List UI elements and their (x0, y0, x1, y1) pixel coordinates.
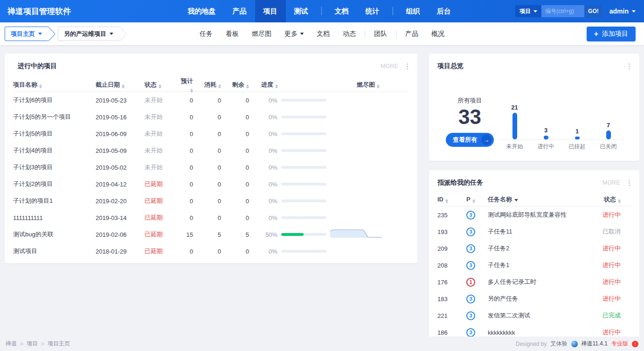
app-logo[interactable]: 禅道项目管理软件 (0, 0, 78, 22)
project-name-link[interactable]: 1111111111 (13, 214, 96, 221)
kebab-menu-icon[interactable] (406, 62, 409, 70)
task-name-link[interactable]: 多人任务记录工时 (488, 278, 588, 286)
tab-kanban[interactable]: 看板 (219, 22, 245, 45)
project-name-link[interactable]: 子计划4的项目 (13, 146, 96, 155)
project-consumed: 0 (204, 248, 232, 255)
tab-task[interactable]: 任务 (193, 22, 219, 45)
column-header-5[interactable]: 剩余 (232, 81, 260, 89)
view-all-button[interactable]: 查看所有 → (446, 133, 494, 147)
all-projects-label: 所有项目 (443, 96, 497, 105)
task-column-header-id[interactable]: ID (437, 196, 466, 203)
task-status: 进行中 (588, 295, 631, 303)
nav-item-product[interactable]: 产品 (224, 0, 255, 22)
column-header-label: 剩余 (232, 81, 244, 88)
column-header-label: 消耗 (204, 81, 216, 88)
nav-item-admin[interactable]: 后台 (429, 0, 459, 22)
crumb-project-home-label: 项目主页 (11, 30, 35, 38)
task-name-link[interactable]: kkkkkkkkk (488, 329, 588, 336)
kebab-menu-icon[interactable] (628, 62, 631, 70)
task-name-link[interactable]: 发信第二次测试 (488, 311, 588, 320)
projects-more-link[interactable]: MORE (381, 63, 398, 69)
kebab-menu-icon[interactable] (628, 179, 631, 187)
sub-navbar: 项目主页 另的产运维项目 任务看板燃尽图更多文档动态团队产品概况 + 添加项目 (0, 22, 644, 45)
tab-more[interactable]: 更多 (278, 22, 310, 45)
column-header-label: 预计 (181, 77, 193, 84)
search-scope-select[interactable]: 项目 (515, 5, 541, 17)
column-header-2[interactable]: 状态 (145, 81, 177, 89)
nav-item-my[interactable]: 我的地盘 (180, 0, 224, 22)
project-name-link[interactable]: 子计划5的另一个项目 (13, 113, 96, 121)
nav-item-org[interactable]: 组织 (398, 0, 429, 22)
status-badge: 进行中 (602, 329, 621, 336)
project-name-link[interactable]: 子计划2的项目 (13, 180, 96, 188)
column-header-6[interactable]: 进度 (260, 81, 326, 89)
task-row: 1933子任务11已取消 (437, 223, 631, 240)
tasks-more-link[interactable]: MORE (602, 179, 620, 186)
project-name-link[interactable]: 测试项目 (13, 247, 96, 255)
project-row: 子计划4的项目2019-05-09未开始0000% (13, 142, 409, 159)
task-name-link[interactable]: 子任务1 (488, 261, 588, 269)
priority-badge: 1 (466, 278, 475, 287)
task-priority-cell: 3 (466, 227, 488, 236)
tab-burn[interactable]: 燃尽图 (245, 22, 278, 45)
progress-bar (281, 233, 326, 236)
tab-doc[interactable]: 文档 (310, 22, 336, 45)
user-menu[interactable]: admin (609, 7, 636, 15)
search-input[interactable] (541, 5, 584, 17)
project-name-link[interactable]: 子计划6的项目 (13, 96, 96, 104)
nav-item-stats[interactable]: 统计 (357, 0, 388, 22)
crumb-project-home[interactable]: 项目主页 (5, 27, 48, 41)
nav-item-doc[interactable]: 文档 (326, 0, 357, 22)
edition-link[interactable]: 专业版 (611, 340, 628, 348)
nav-item-project[interactable]: 项目 (255, 0, 286, 22)
project-progress: 0% (260, 181, 326, 188)
task-name-link[interactable]: 另的产任务 (488, 295, 588, 303)
chevron-down-icon (632, 10, 636, 13)
search-go-button[interactable]: GO! (584, 5, 602, 17)
burndown-sparkline (330, 227, 382, 241)
overview-total-block: 所有项目 33 查看所有 → (443, 96, 497, 147)
project-name-link[interactable]: 子计划的项目1 (13, 197, 96, 205)
projects-panel-title: 进行中的项目 (18, 62, 57, 70)
column-header-4[interactable]: 消耗 (204, 81, 232, 89)
project-name-link[interactable]: 测试bug的关联 (13, 230, 96, 239)
project-progress: 50% (260, 231, 326, 238)
task-column-header-pri[interactable]: P (466, 196, 488, 203)
column-header-3[interactable]: 预计 (177, 77, 204, 93)
crumb-current-project[interactable]: 另的产运维项目 (58, 27, 120, 41)
project-name-link[interactable]: 子计划3的项目 (13, 163, 96, 172)
project-name-link[interactable]: 子计划5的项目 (13, 130, 96, 138)
column-header-1[interactable]: 截止日期 (96, 81, 145, 89)
tab-product[interactable]: 产品 (399, 22, 425, 45)
task-name-link[interactable]: 子任务11 (488, 227, 588, 236)
sort-icon (472, 199, 475, 203)
footer-crumb-0[interactable]: 禅道 (6, 340, 17, 348)
task-name-link[interactable]: 子任务2 (488, 244, 588, 253)
tab-dynamic[interactable]: 动态 (336, 22, 362, 45)
task-column-header-status[interactable]: 状态 (588, 195, 631, 204)
column-header-7[interactable]: 燃尽图 (326, 81, 409, 89)
task-status: 进行中 (588, 244, 631, 253)
project-estimate: 0 (177, 131, 204, 138)
nav-item-qa[interactable]: 测试 (286, 0, 317, 22)
upgrade-arrow-icon[interactable]: ↑ (632, 341, 638, 347)
project-progress: 0% (260, 248, 326, 255)
footer-crumb-1[interactable]: 项目 (27, 340, 38, 348)
task-name-link[interactable]: 测试网站底部导航宽度兼容性 (488, 211, 588, 219)
tab-team[interactable]: 团队 (367, 22, 394, 45)
task-column-header-name[interactable]: 任务名称 (488, 195, 588, 204)
footer-crumb-2[interactable]: 项目主页 (48, 340, 70, 348)
status-badge: 进行中 (602, 278, 621, 285)
tab-overview[interactable]: 概况 (425, 22, 451, 45)
task-status: 进行中 (588, 328, 631, 337)
designer-link[interactable]: 艾体验 (551, 340, 568, 348)
project-deadline: 2019-05-09 (96, 147, 145, 154)
sort-desc-icon (514, 199, 518, 201)
overview-bar-column-2: 1 (561, 128, 593, 139)
project-deadline: 2019-04-12 (96, 181, 145, 188)
add-project-button[interactable]: + 添加项目 (587, 27, 636, 41)
priority-badge: 3 (466, 227, 475, 236)
column-header-0[interactable]: 项目名称 (13, 81, 96, 89)
overview-bar-2 (575, 137, 580, 139)
task-priority-cell: 3 (466, 328, 488, 337)
